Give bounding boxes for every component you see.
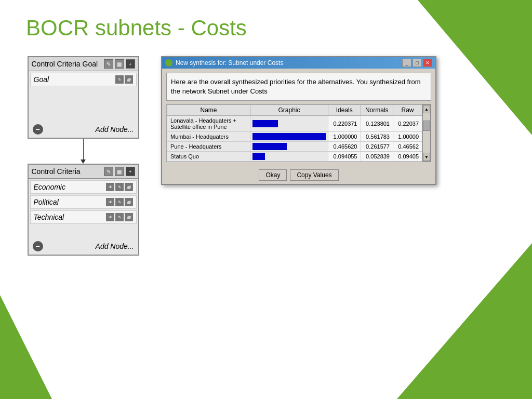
goal-add-icon[interactable]: + <box>126 59 135 69</box>
row-name-1: Mumbai - Headquaters <box>167 132 250 142</box>
political-eye-icon[interactable]: 👁 <box>106 198 114 206</box>
dialog-minimize-button[interactable]: _ <box>402 59 411 67</box>
row-graphic-3 <box>250 152 328 162</box>
criteria-item-political-label: Political <box>34 198 59 206</box>
table-row: Status Quo0.0940550.0528390.09405 <box>167 152 422 162</box>
col-header-graphic: Graphic <box>250 105 328 116</box>
goal-item-delete-icon[interactable]: ▦ <box>125 75 133 84</box>
criteria-delete-icon[interactable]: ▦ <box>115 167 124 176</box>
criteria-minus-button[interactable]: − <box>33 241 43 251</box>
row-normals-0: 0.123801 <box>361 116 393 132</box>
col-header-ideals: Ideals <box>328 105 361 116</box>
goal-delete-icon[interactable]: ▦ <box>115 59 124 69</box>
goal-edit-icon[interactable]: ✎ <box>104 59 113 69</box>
criteria-item-political: Political 👁 ✎ ▦ <box>30 195 137 209</box>
political-delete-icon[interactable]: ▦ <box>125 198 133 206</box>
control-criteria-goal-box: Control Criteria Goal ✎ ▦ + Goal ✎ ▦ <box>28 56 139 139</box>
criteria-item-technical-label: Technical <box>34 213 64 221</box>
row-raw-0: 0.22037 <box>393 116 422 132</box>
goal-empty-area <box>29 88 138 119</box>
table-wrapper: Name Graphic Ideals Normals Raw Lonavala… <box>167 104 422 162</box>
goal-minus-button[interactable]: − <box>33 124 43 135</box>
row-graphic-0 <box>250 116 328 132</box>
criteria-edit-icon[interactable]: ✎ <box>104 167 113 176</box>
criteria-header: Control Criteria ✎ ▦ + <box>29 165 138 179</box>
goal-item-icons: ✎ ▦ <box>115 75 133 84</box>
row-name-2: Pune - Headquaters <box>167 142 250 152</box>
synthesis-dialog: New synthesis for: Subnet under Costs _ … <box>161 56 436 185</box>
connector-line <box>83 139 84 159</box>
row-ideals-1: 1.000000 <box>328 132 361 142</box>
criteria-add-icon[interactable]: + <box>126 167 135 176</box>
scroll-up-button[interactable]: ▲ <box>423 105 430 113</box>
scroll-thumb[interactable] <box>423 121 430 131</box>
table-body: Lonavala - Headquaters + Satellite offic… <box>167 116 422 162</box>
criteria-empty-area <box>29 225 138 236</box>
criteria-footer: − Add Node... <box>29 238 138 255</box>
goal-add-node-link[interactable]: Add Node... <box>96 125 134 134</box>
dialog-maximize-button[interactable]: □ <box>413 59 422 67</box>
row-raw-1: 1.00000 <box>393 132 422 142</box>
technical-edit-icon[interactable]: ✎ <box>115 213 124 221</box>
goal-header-icons: ✎ ▦ + <box>104 59 135 69</box>
technical-eye-icon[interactable]: 👁 <box>106 213 114 221</box>
dialog-close-button[interactable]: ✕ <box>423 59 432 67</box>
criteria-goal-header: Control Criteria Goal ✎ ▦ + <box>29 57 138 71</box>
dialog-title-text: New synthesis for: Subnet under Costs <box>176 59 283 66</box>
table-row: Pune - Headquaters0.4656200.2615770.4656… <box>167 142 422 152</box>
criteria-title: Control Criteria <box>32 167 81 176</box>
technical-delete-icon[interactable]: ▦ <box>125 213 133 221</box>
row-graphic-2 <box>250 142 328 152</box>
row-normals-2: 0.261577 <box>361 142 393 152</box>
dialog-titlebar: New synthesis for: Subnet under Costs _ … <box>162 57 435 69</box>
table-header-row: Name Graphic Ideals Normals Raw <box>167 105 422 116</box>
row-ideals-2: 0.465620 <box>328 142 361 152</box>
okay-button[interactable]: Okay <box>259 169 287 181</box>
dialog-title-left: New synthesis for: Subnet under Costs <box>165 59 283 66</box>
row-raw-3: 0.09405 <box>393 152 422 162</box>
synthesis-table: Name Graphic Ideals Normals Raw Lonavala… <box>167 104 422 162</box>
table-header: Name Graphic Ideals Normals Raw <box>167 105 422 116</box>
connector-arrow <box>81 159 86 164</box>
table-row: Mumbai - Headquaters1.0000000.5617831.00… <box>167 132 422 142</box>
goal-footer: − Add Node... <box>29 121 138 138</box>
criteria-goal-title: Control Criteria Goal <box>32 60 98 68</box>
table-with-scroll: Name Graphic Ideals Normals Raw Lonavala… <box>166 104 431 162</box>
copy-values-button[interactable]: Copy Values <box>290 169 338 181</box>
criteria-header-icons: ✎ ▦ + <box>104 167 135 176</box>
scroll-down-button[interactable]: ▼ <box>423 153 430 161</box>
row-normals-3: 0.052839 <box>361 152 393 162</box>
row-ideals-3: 0.094055 <box>328 152 361 162</box>
economic-eye-icon[interactable]: 👁 <box>106 183 114 191</box>
right-panel: New synthesis for: Subnet under Costs _ … <box>161 56 506 185</box>
economic-delete-icon[interactable]: ▦ <box>125 183 133 191</box>
political-item-icons: 👁 ✎ ▦ <box>106 198 133 206</box>
technical-item-icons: 👁 ✎ ▦ <box>106 213 133 221</box>
table-row: Lonavala - Headquaters + Satellite offic… <box>167 116 422 132</box>
dialog-footer: Okay Copy Values <box>162 166 435 184</box>
left-panel: Control Criteria Goal ✎ ▦ + Goal ✎ ▦ <box>26 56 140 256</box>
goal-item-label: Goal <box>34 75 49 84</box>
connector <box>81 139 86 164</box>
page-title: BOCR subnets - Costs <box>26 16 506 41</box>
col-header-normals: Normals <box>361 105 393 116</box>
criteria-item-technical: Technical 👁 ✎ ▦ <box>30 210 137 224</box>
dialog-description: Here are the overall synthesized priorit… <box>166 73 431 101</box>
row-raw-2: 0.46562 <box>393 142 422 152</box>
row-normals-1: 0.561783 <box>361 132 393 142</box>
criteria-item-economic: Economic 👁 ✎ ▦ <box>30 180 137 194</box>
criteria-add-node-link[interactable]: Add Node... <box>96 242 134 250</box>
col-header-name: Name <box>167 105 250 116</box>
dialog-controls: _ □ ✕ <box>402 59 432 67</box>
political-edit-icon[interactable]: ✎ <box>115 198 124 206</box>
table-scrollbar[interactable]: ▲ ▼ <box>422 104 431 162</box>
row-name-3: Status Quo <box>167 152 250 162</box>
goal-item-edit-icon[interactable]: ✎ <box>115 75 124 84</box>
dialog-body: Here are the overall synthesized priorit… <box>162 69 435 166</box>
economic-edit-icon[interactable]: ✎ <box>115 183 124 191</box>
dialog-app-icon <box>165 59 172 66</box>
economic-item-icons: 👁 ✎ ▦ <box>106 183 133 191</box>
row-name-0: Lonavala - Headquaters + Satellite offic… <box>167 116 250 132</box>
criteria-item-economic-label: Economic <box>34 183 65 191</box>
bg-shape-bottom-left <box>0 295 52 399</box>
